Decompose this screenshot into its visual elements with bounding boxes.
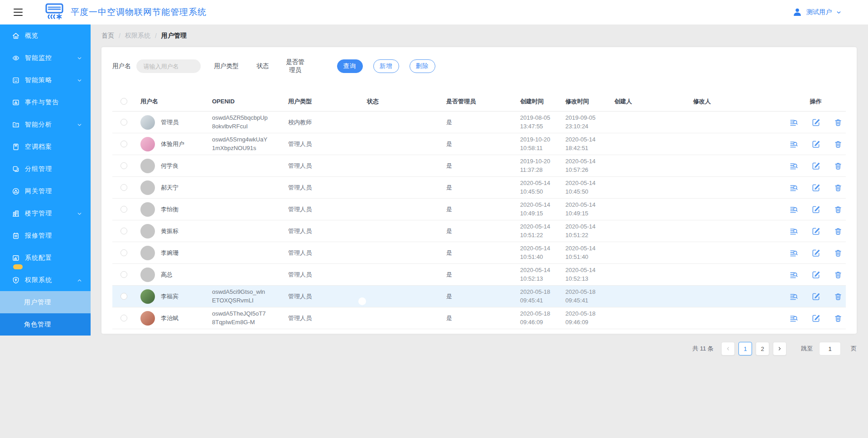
hamburger-menu-icon[interactable] xyxy=(14,9,23,16)
username-input[interactable] xyxy=(136,59,201,73)
creator-cell xyxy=(613,295,690,298)
view-button[interactable] xyxy=(789,227,798,236)
sidebar-item-gateway[interactable]: 网关管理 xyxy=(0,180,91,202)
modifier-cell xyxy=(690,164,786,168)
usertype-cell: 管理人员 xyxy=(279,291,356,303)
sidebar-item-strategy[interactable]: 智能策略 xyxy=(0,69,91,91)
monitor-icon xyxy=(12,54,20,62)
view-button[interactable] xyxy=(789,270,798,279)
creator-cell xyxy=(613,186,690,190)
edit-button[interactable] xyxy=(811,183,820,192)
username-cell: 管理员 xyxy=(161,118,178,127)
edit-button[interactable] xyxy=(811,314,820,323)
sidebar-item-repair[interactable]: 报修管理 xyxy=(0,224,91,247)
creator-cell xyxy=(613,208,690,211)
view-detail-icon xyxy=(789,230,798,237)
edit-button[interactable] xyxy=(811,205,820,214)
page-button-2[interactable]: 2 xyxy=(756,342,769,355)
table-row: 李婉珊管理人员是2020-05-14 10:51:402020-05-14 10… xyxy=(112,242,846,264)
view-button[interactable] xyxy=(789,205,798,214)
edit-icon xyxy=(811,296,820,302)
app-title: 平度一中空调物联网节能管理系统 xyxy=(71,6,207,18)
edit-button[interactable] xyxy=(811,227,820,236)
edit-button[interactable] xyxy=(811,248,820,258)
row-select-radio[interactable] xyxy=(121,293,127,300)
delete-row-button[interactable] xyxy=(834,292,843,301)
sidebar-item-home[interactable]: 概览 xyxy=(0,24,91,47)
is-admin-cell: 是 xyxy=(434,247,509,259)
sidebar-subitem-user-management[interactable]: 用户管理 xyxy=(0,291,91,313)
delete-row-button[interactable] xyxy=(834,183,843,192)
modifier-cell xyxy=(690,186,786,190)
top-header: 平度一中空调物联网节能管理系统 测试用户 xyxy=(0,0,868,24)
edit-button[interactable] xyxy=(811,161,820,170)
sidebar-item-analysis[interactable]: 智能分析 xyxy=(0,113,91,136)
modifier-cell xyxy=(690,208,786,211)
username-cell: 李治斌 xyxy=(161,314,178,323)
delete-button[interactable]: 删除 xyxy=(410,59,435,73)
sidebar-item-event[interactable]: 事件与警告 xyxy=(0,91,91,113)
openid-cell xyxy=(203,164,279,168)
view-button[interactable] xyxy=(789,314,798,323)
edit-button[interactable] xyxy=(811,270,820,279)
row-select-radio[interactable] xyxy=(121,206,127,213)
page-button-1[interactable]: 1 xyxy=(738,342,752,355)
row-select-radio[interactable] xyxy=(121,119,127,126)
add-button[interactable]: 新增 xyxy=(373,59,399,73)
view-detail-icon xyxy=(789,187,798,194)
delete-row-button[interactable] xyxy=(834,314,843,323)
query-button[interactable]: 查询 xyxy=(337,59,363,73)
row-select-radio[interactable] xyxy=(121,315,127,321)
next-page-button[interactable] xyxy=(773,342,786,355)
sidebar-item-monitor[interactable]: 智能监控 xyxy=(0,47,91,69)
sidebar-item-building[interactable]: 楼宇管理 xyxy=(0,202,91,224)
modified-time-cell: 2020-05-14 10:57:26 xyxy=(560,156,613,176)
view-button[interactable] xyxy=(789,292,798,301)
username-cell: 高总 xyxy=(161,271,173,279)
row-select-radio[interactable] xyxy=(121,271,127,278)
openid-cell xyxy=(203,229,279,233)
creator-cell xyxy=(613,121,690,124)
row-select-radio[interactable] xyxy=(121,249,127,256)
usertype-cell: 管理人员 xyxy=(279,312,356,325)
chevron-up-icon xyxy=(77,277,82,283)
openid-cell xyxy=(203,186,279,190)
delete-row-button[interactable] xyxy=(834,161,843,170)
delete-row-button[interactable] xyxy=(834,227,843,236)
user-avatar xyxy=(140,202,155,217)
edit-button[interactable] xyxy=(811,118,820,127)
view-button[interactable] xyxy=(789,140,798,149)
username-cell: 黄振标 xyxy=(161,227,178,236)
view-button[interactable] xyxy=(789,248,798,258)
jump-page-input[interactable] xyxy=(819,342,841,355)
sidebar-item-group[interactable]: 分组管理 xyxy=(0,158,91,180)
sidebar-item-config[interactable]: 系统配置 xyxy=(0,247,91,269)
delete-row-button[interactable] xyxy=(834,118,843,127)
view-button[interactable] xyxy=(789,118,798,127)
delete-row-button[interactable] xyxy=(834,140,843,149)
edit-button[interactable] xyxy=(811,292,820,301)
row-select-radio[interactable] xyxy=(121,228,127,234)
breadcrumb-home[interactable]: 首页 xyxy=(101,32,114,40)
delete-row-button[interactable] xyxy=(834,270,843,279)
row-select-radio[interactable] xyxy=(121,141,127,147)
modified-time-cell: 2020-05-14 10:49:15 xyxy=(560,199,613,220)
user-menu[interactable]: 测试用户 xyxy=(792,7,842,17)
delete-row-button[interactable] xyxy=(834,205,843,214)
sidebar-subitem-role-management[interactable]: 角色管理 xyxy=(0,313,91,336)
sidebar-item-archive[interactable]: 空调档案 xyxy=(0,136,91,158)
view-button[interactable] xyxy=(789,183,798,192)
edit-icon xyxy=(811,122,820,128)
view-button[interactable] xyxy=(789,161,798,170)
prev-page-button[interactable] xyxy=(721,342,735,355)
chevron-down-icon xyxy=(77,55,82,61)
row-select-radio[interactable] xyxy=(121,162,127,169)
sidebar-item-permission[interactable]: 权限系统 xyxy=(0,269,91,291)
creator-cell xyxy=(613,164,690,168)
edit-button[interactable] xyxy=(811,140,820,149)
breadcrumb-permission-system[interactable]: 权限系统 xyxy=(125,32,150,40)
modified-time-cell: 2020-05-14 10:45:50 xyxy=(560,177,613,198)
delete-row-button[interactable] xyxy=(834,248,843,258)
select-all-radio[interactable] xyxy=(121,98,127,105)
row-select-radio[interactable] xyxy=(121,184,127,191)
